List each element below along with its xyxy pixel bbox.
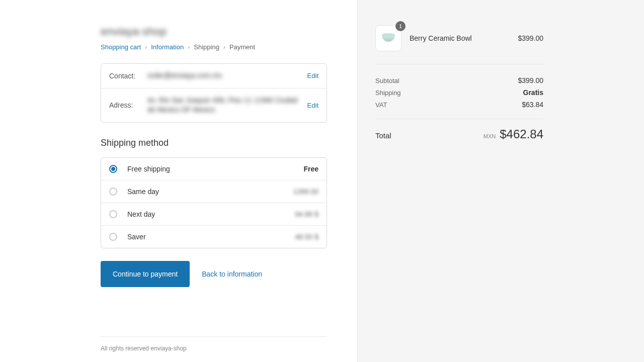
address-value: Av. Rio San Joaquin 406, Piso 11 11560 C… [147, 96, 299, 115]
breadcrumb: Shopping cart › Information › Shipping ›… [101, 43, 327, 51]
shipping-row: Shipping Gratis [375, 86, 543, 99]
shipping-option-free[interactable]: Free shipping Free [101, 158, 327, 180]
radio-icon [109, 233, 117, 241]
radio-icon [109, 210, 117, 218]
radio-icon [109, 165, 117, 173]
bowl-icon [382, 35, 395, 42]
footer: All rights reserved enviaya-shop [101, 336, 327, 352]
product-thumbnail: 1 [375, 25, 401, 51]
shipping-option-next-day[interactable]: Next day 94.89 $ [101, 203, 327, 226]
shipping-option-name: Saver [127, 233, 295, 241]
divider [375, 119, 543, 119]
info-box: Contact: order@enviaya.com.mx Edit Adres… [101, 63, 327, 123]
subtotal-value: $399.00 [518, 76, 543, 84]
address-row: Adress: Av. Rio San Joaquin 406, Piso 11… [101, 88, 327, 122]
subtotal-label: Subtotal [375, 77, 399, 84]
shipping-option-name: Next day [127, 210, 295, 218]
shipping-label: Shipping [375, 89, 401, 97]
subtotal-row: Subtotal $399.00 [375, 74, 543, 86]
shipping-options: Free shipping Free Same day 1289.00 Next… [101, 157, 327, 248]
order-summary: 1 Berry Ceramic Bowl $399.00 Subtotal $3… [357, 0, 644, 362]
product-title: Berry Ceramic Bowl [410, 34, 510, 42]
currency-code: MXN [484, 133, 496, 139]
shipping-option-same-day[interactable]: Same day 1289.00 [101, 180, 327, 203]
shop-name: enviaya-shop [101, 25, 327, 38]
edit-contact-link[interactable]: Edit [307, 72, 318, 79]
chevron-right-icon: › [145, 44, 147, 51]
radio-icon [109, 188, 117, 196]
total-label: Total [375, 131, 391, 140]
shipping-option-price: 1289.00 [293, 188, 318, 196]
total-value: $462.84 [500, 127, 543, 141]
shipping-option-name: Same day [127, 188, 293, 196]
shipping-option-saver[interactable]: Saver 48.50 $ [101, 226, 327, 248]
footer-text: All rights reserved enviaya-shop [101, 345, 187, 352]
product-price: $399.00 [518, 34, 543, 42]
contact-label: Contact: [109, 72, 139, 80]
total-amount: MXN $462.84 [484, 127, 543, 141]
back-to-information-link[interactable]: Back to information [202, 270, 262, 278]
total-row: Total MXN $462.84 [375, 127, 543, 141]
cart-item: 1 Berry Ceramic Bowl $399.00 [375, 25, 543, 64]
continue-to-payment-button[interactable]: Continue to payment [101, 261, 190, 287]
shipping-method-title: Shipping method [101, 138, 327, 148]
actions: Continue to payment Back to information [101, 261, 327, 287]
breadcrumb-information[interactable]: Information [151, 43, 184, 51]
chevron-right-icon: › [223, 44, 225, 51]
vat-row: VAT $63.84 [375, 99, 543, 111]
shipping-option-price: Free [303, 165, 318, 173]
breadcrumb-shipping: Shipping [194, 43, 219, 51]
vat-value: $63.84 [522, 101, 543, 109]
shipping-value: Gratis [523, 88, 543, 97]
vat-label: VAT [375, 101, 387, 109]
breadcrumb-payment: Payment [229, 43, 255, 51]
shipping-option-price: 48.50 $ [295, 233, 318, 241]
shipping-option-name: Free shipping [127, 165, 303, 173]
contact-value: order@enviaya.com.mx [147, 71, 299, 81]
contact-row: Contact: order@enviaya.com.mx Edit [101, 64, 327, 88]
edit-address-link[interactable]: Edit [307, 102, 318, 109]
breadcrumb-cart[interactable]: Shopping cart [101, 43, 141, 51]
shipping-option-price: 94.89 $ [295, 210, 318, 218]
chevron-right-icon: › [188, 44, 190, 51]
address-label: Adress: [109, 101, 139, 109]
quantity-badge: 1 [395, 21, 406, 31]
